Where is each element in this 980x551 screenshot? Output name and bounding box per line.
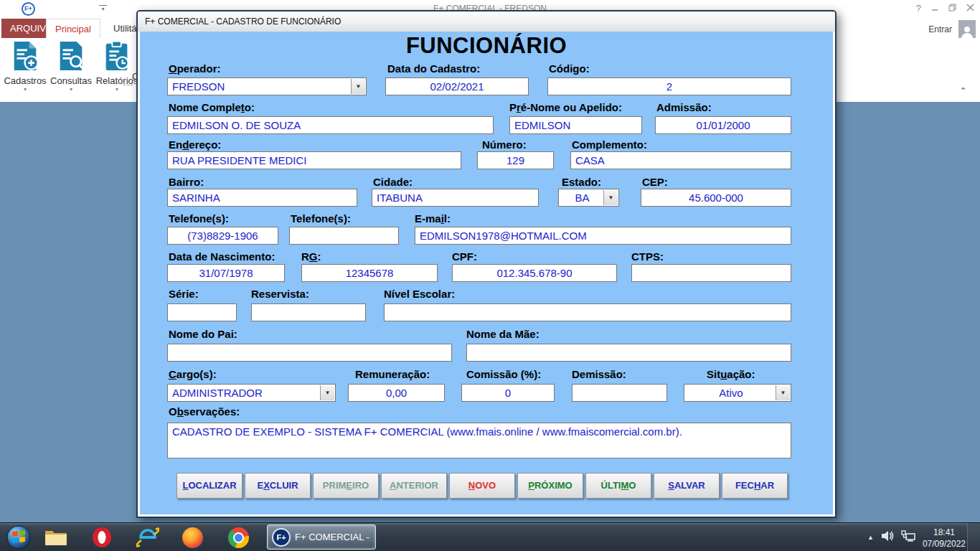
situacao-dropdown-icon[interactable]: ▼ [776,385,790,400]
pre-nome-input[interactable]: EDMILSON [509,116,642,134]
bairro-label: Bairro: [169,176,204,188]
remuneracao-input[interactable]: 0,00 [348,384,445,402]
start-button[interactable] [4,525,33,550]
admissao-input[interactable]: 01/01/2000 [655,116,791,134]
demissao-input[interactable] [572,384,667,402]
codigo-label: Código: [549,62,590,75]
taskbar-task-fcomercial[interactable]: F+ F+ COMERCIAL - ... [267,524,376,550]
funcionario-dialog: F+ COMERCIAL - CADASTRO DE FUNCIONÁRIO F… [136,10,837,518]
codigo-input[interactable]: 2 [547,77,791,95]
reservista-input[interactable] [251,303,366,321]
situacao-label: Situação: [707,368,755,380]
sign-in-label[interactable]: Entrar [928,24,952,34]
telefone2-label: Telefone(s): [291,212,351,225]
cadastros-button[interactable]: Cadastros ▾ [1,40,49,93]
dialog-body: FUNCIONÁRIO Operador: Data do Cadastro: … [140,32,833,514]
ctps-input[interactable] [631,264,791,282]
consultas-button[interactable]: Consultas ▾ [47,40,95,93]
observacoes-textarea[interactable]: CADASTRO DE EXEMPLO - SISTEMA F+ COMERCI… [167,423,791,458]
anterior-button[interactable]: ANTERIOR [381,473,447,499]
dialog-titlebar[interactable]: F+ COMERCIAL - CADASTRO DE FUNCIONÁRIO [138,11,835,32]
cargo-dropdown-icon[interactable]: ▼ [320,385,334,400]
cep-input[interactable]: 45.600-000 [641,189,791,207]
ctps-label: CTPS: [631,250,664,263]
primeiro-button[interactable]: PRIMEIRO [313,473,379,499]
operador-select[interactable]: FREDSON ▼ [167,77,367,95]
opera-icon[interactable] [88,525,116,550]
endereco-label: Endereço: [169,138,221,151]
volume-icon[interactable] [881,530,894,545]
novo-button[interactable]: NOVO [449,473,515,499]
partial-dashes: --- [123,80,133,88]
help-button[interactable]: ? [916,2,921,15]
telefone2-input[interactable] [289,227,399,245]
cpf-input[interactable]: 012.345.678-90 [452,264,617,282]
cadastros-document-plus-icon [11,62,39,74]
localizar-button[interactable]: LOCALIZAR [176,473,242,499]
internet-explorer-icon[interactable] [133,525,162,550]
estado-dropdown-icon[interactable]: ▼ [603,190,618,205]
nome-mae-input[interactable] [466,344,791,362]
chrome-icon[interactable] [224,525,253,550]
restore-button[interactable] [948,2,956,15]
email-input[interactable]: EDMILSON1978@HOTMAIL.COM [415,227,791,245]
admissao-label: Admissão: [656,101,712,113]
nascimento-input[interactable]: 31/07/1978 [167,264,285,282]
desktop-screen: F+ ▾ F+ COMERCIAL - FREDSON ? ARQUIVO Pr… [0,0,980,551]
endereco-input[interactable]: RUA PRESIDENTE MEDICI [167,151,461,169]
tab-principal[interactable]: Principal [46,19,100,38]
proximo-button[interactable]: PRÓXIMO [517,473,583,499]
consultas-caret-icon[interactable]: ▾ [47,86,95,93]
nivel-escolar-input[interactable] [384,303,791,321]
serie-input[interactable] [167,303,237,321]
email-label: E-mail: [415,212,451,225]
salvar-button[interactable]: SALVAR [654,473,720,499]
excluir-button[interactable]: EXCLUIR [245,473,311,499]
complemento-label: Complemento: [572,138,647,151]
situacao-select[interactable]: Ativo ▼ [684,384,791,402]
fplus-logo-icon: F+ [272,528,291,547]
comissao-input[interactable]: 0 [461,384,555,402]
firefox-icon[interactable] [178,525,207,550]
fechar-button[interactable]: FECHAR [722,473,788,499]
operador-dropdown-icon[interactable]: ▼ [351,79,365,94]
file-explorer-icon[interactable] [42,525,70,550]
consultas-label: Consultas [47,75,95,86]
cadastros-caret-icon[interactable]: ▾ [1,86,49,93]
bairro-input[interactable]: SARINHA [167,189,357,207]
nome-completo-label: Nome Completo: [169,101,255,113]
show-desktop-button[interactable] [967,523,980,551]
cidade-input[interactable]: ITABUNA [372,189,539,207]
sign-in-area[interactable]: Entrar [928,20,976,39]
clock-time: 18:41 [933,527,955,537]
rg-input[interactable]: 12345678 [301,264,438,282]
tray-expand-icon[interactable]: ▲ [867,534,874,541]
numero-input[interactable]: 129 [477,151,554,169]
nome-completo-input[interactable]: EDMILSON O. DE SOUZA [167,116,494,134]
ultimo-button[interactable]: ÚLTIMO [585,473,651,499]
cargo-select[interactable]: ADMINISTRADOR ▼ [167,384,336,402]
nome-pai-input[interactable] [167,344,452,362]
pre-nome-label: Pré-Nome ou Apelido: [509,101,622,113]
rg-label: RG: [301,250,321,263]
taskbar-clock[interactable]: 18:41 07/09/2022 [923,525,966,550]
telefone1-label: Telefone(s): [169,212,229,225]
form-title: FUNCIONÁRIO [140,33,833,59]
operador-label: Operador: [169,62,221,75]
relatorios-button[interactable]: Relatórios ▾ [93,40,141,93]
relatorios-caret-icon[interactable]: ▾ [93,86,141,93]
complemento-input[interactable]: CASA [570,151,791,169]
minimize-button[interactable] [931,2,938,15]
network-icon[interactable] [901,530,915,545]
cargo-label: Cargo(s): [169,368,217,380]
app-logo-icon[interactable]: F+ [22,2,35,16]
user-avatar-icon[interactable] [958,20,976,39]
clock-date: 07/09/2022 [923,539,966,549]
quick-access-caret-icon[interactable]: ▾ [99,5,107,12]
serie-label: Série: [169,288,199,300]
data-cadastro-input[interactable]: 02/02/2021 [385,77,529,95]
close-button[interactable] [966,2,974,15]
telefone1-input[interactable]: (73)8829-1906 [167,227,278,245]
ribbon-collapse-icon[interactable]: ⌃ [960,86,966,95]
estado-select[interactable]: BA ▼ [558,189,619,207]
